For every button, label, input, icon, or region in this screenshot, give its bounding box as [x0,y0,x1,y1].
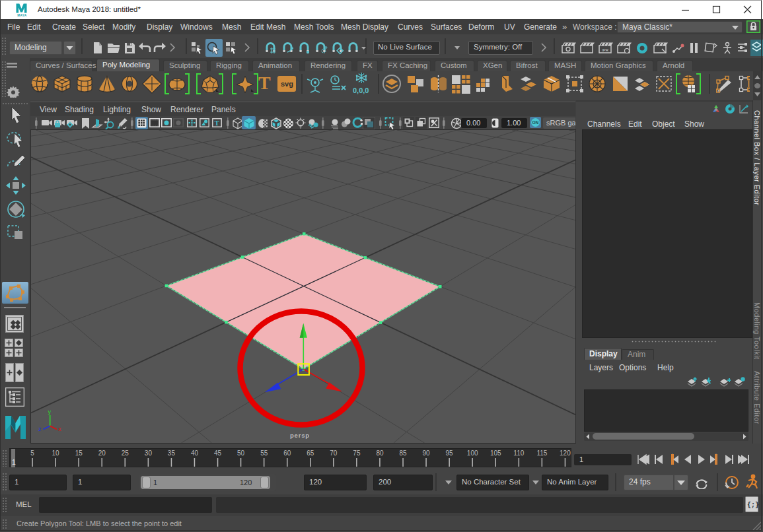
svg-text:85: 85 [399,449,407,457]
svg-text:y: y [48,409,52,415]
svg-text:30: 30 [145,449,153,457]
svg-text:10: 10 [52,449,60,457]
svg-text:0,0,0: 0,0,0 [353,86,369,94]
svg-text:persp: persp [290,432,310,439]
svg-text:70: 70 [330,449,338,457]
svg-text:z: z [38,426,42,432]
svg-text:50: 50 [237,449,245,457]
svg-text:ON: ON [532,120,538,125]
svg-text:65: 65 [307,449,314,457]
svg-text:45: 45 [214,449,222,457]
svg-text:115: 115 [536,449,547,457]
svg-text:80: 80 [376,449,384,457]
svg-text:5: 5 [30,449,34,457]
svg-text:IPR: IPR [602,48,609,52]
svg-text:MAYA: MAYA [17,14,27,17]
svg-text:35: 35 [168,449,176,457]
svg-text:20: 20 [98,449,106,457]
svg-text:105: 105 [490,449,501,457]
svg-text:x: x [58,426,61,432]
svg-text:15: 15 [75,449,83,457]
svg-text:95: 95 [446,449,454,457]
svg-text:90: 90 [423,449,431,457]
svg-text:110: 110 [513,449,524,457]
svg-text:40: 40 [191,449,199,457]
svg-text:55: 55 [260,449,268,457]
svg-text:{;}: {;} [747,502,758,509]
svg-text:25: 25 [122,449,129,457]
svg-text:60: 60 [283,449,291,457]
svg-text:100: 100 [467,449,478,457]
svg-text:120: 120 [560,449,571,457]
svg-text:T: T [215,119,219,127]
svg-text:75: 75 [353,449,361,457]
svg-text:svg: svg [281,80,293,88]
